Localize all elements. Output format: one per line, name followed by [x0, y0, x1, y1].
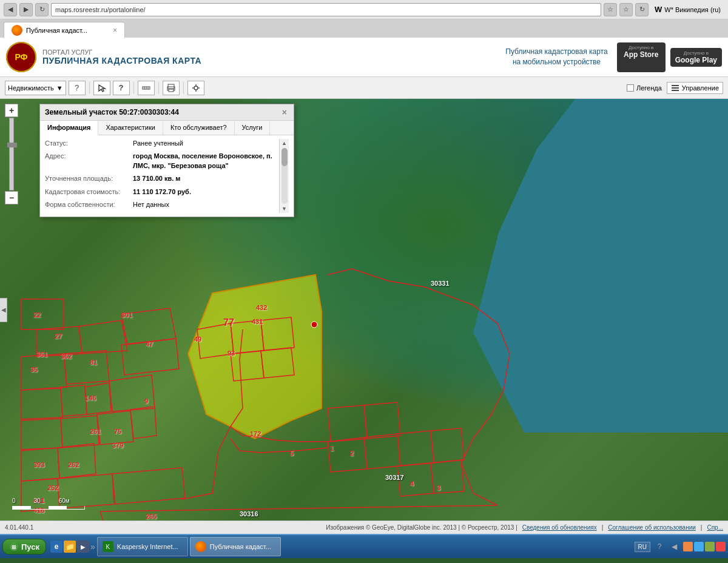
status-label: Статус: — [45, 139, 133, 148]
label-30331: 30331 — [431, 280, 450, 287]
wikipedia-search[interactable]: W W* Википедия (ru) — [651, 5, 724, 14]
legend-label: Легенда — [636, 84, 662, 92]
popup-close-button[interactable]: × — [280, 107, 289, 117]
toolbar-separator-1 — [89, 82, 90, 94]
tab-services[interactable]: Услуги — [235, 121, 271, 135]
help-icon: ? — [75, 83, 79, 92]
tray-icon-4[interactable] — [716, 542, 726, 551]
help-button[interactable]: ? — [69, 81, 86, 95]
tab-characteristics[interactable]: Характеристики — [98, 121, 163, 135]
folder-icon[interactable]: 📁 — [64, 541, 76, 553]
zoom-scale[interactable] — [9, 118, 14, 190]
toolbar-separator-3 — [158, 82, 159, 94]
scale-line — [12, 506, 85, 510]
ie-icon[interactable]: e — [50, 541, 62, 553]
cadastral-value-label: Кадастровая стоимость: — [45, 187, 133, 197]
print-button[interactable] — [163, 81, 180, 95]
app-store-label: App Store — [624, 50, 658, 59]
scale-end: 60м — [59, 497, 70, 504]
browser-taskbar-item[interactable]: Публичная кадаст... — [190, 537, 281, 556]
expand-taskbar[interactable]: » — [90, 542, 95, 551]
scroll-up-arrow[interactable]: ▲ — [281, 140, 287, 146]
tab-information[interactable]: Информация — [40, 121, 98, 135]
tray-arrow-icon[interactable]: ◀ — [669, 541, 679, 552]
start-button[interactable]: ⊞ Пуск — [2, 539, 46, 555]
address-bar[interactable]: maps.rosreestr.ru/portalonline/ — [51, 3, 601, 16]
scroll-track — [281, 148, 288, 204]
tab-close[interactable]: × — [113, 26, 117, 35]
star-icon[interactable]: ☆ — [604, 3, 617, 16]
svg-marker-39 — [328, 405, 367, 442]
refresh2-button[interactable]: ↻ — [635, 3, 649, 16]
label-93: 93 — [228, 349, 235, 357]
info-tool-button[interactable]: ? — [113, 81, 130, 95]
property-type-dropdown[interactable]: Недвижимость ▼ — [5, 81, 66, 95]
ownership-label: Форма собственности: — [45, 200, 133, 209]
star2-icon[interactable]: ☆ — [619, 3, 633, 16]
zoom-out-button[interactable]: − — [5, 191, 18, 204]
map-container[interactable]: 22 27 301 361 362 35 47 81 77 9 146 75 2… — [0, 99, 728, 521]
legend-checkbox[interactable] — [627, 84, 634, 92]
select-tool-button[interactable] — [93, 81, 110, 95]
tray-help-icon[interactable]: ? — [654, 541, 665, 552]
svg-marker-33 — [130, 406, 157, 439]
svg-marker-41 — [328, 437, 367, 472]
zoom-thumb — [7, 143, 17, 147]
language-button[interactable]: RU — [635, 542, 650, 552]
updates-link[interactable]: Сведения об обновлениях — [522, 524, 597, 531]
tray-icon-1[interactable] — [683, 542, 693, 551]
label-172: 172 — [250, 430, 261, 437]
browser-chrome: ◀ ▶ ↻ maps.rosreestr.ru/portalonline/ ☆ … — [0, 0, 728, 38]
app-store-button[interactable]: Доступно в App Store — [617, 42, 666, 72]
agreement-link[interactable]: Соглашение об использовании — [608, 524, 696, 531]
help-link[interactable]: Спр... — [707, 524, 723, 531]
svg-point-48 — [311, 322, 317, 328]
tab-who-serves[interactable]: Кто обслуживает? — [163, 121, 235, 135]
google-play-button[interactable]: Доступно в Google Play — [670, 48, 722, 67]
refresh-button[interactable]: ↻ — [35, 3, 49, 16]
svg-marker-23 — [21, 354, 67, 390]
ownership-row: Форма собственности: Нет данных — [45, 200, 279, 209]
firefox-icon — [12, 25, 22, 36]
sidebar-toggle[interactable]: ◀ — [0, 298, 7, 322]
taskbar: ⊞ Пуск e 📁 ▶ » K Kaspersky Internet... П… — [0, 534, 728, 558]
mobile-promo-text: Публичная кадастровая карта на мобильном… — [505, 47, 607, 67]
svg-marker-18 — [188, 275, 322, 439]
svg-marker-42 — [364, 434, 400, 469]
label-1: 1 — [330, 445, 334, 452]
area-label: Уточненная площадь: — [45, 174, 133, 183]
tray-icon-2[interactable] — [694, 542, 704, 551]
svg-rect-16 — [672, 87, 679, 89]
label-77: 77 — [223, 317, 234, 328]
address-value: город Москва, поселение Вороновское, п. … — [133, 152, 279, 170]
zoom-in-button[interactable]: + — [5, 104, 18, 117]
label-146: 146 — [85, 394, 96, 402]
label-5: 5 — [290, 450, 294, 457]
active-tab[interactable]: Публичная кадаст... × — [4, 22, 125, 38]
popup-scrollbar[interactable]: ▲ ▼ — [279, 139, 289, 213]
svg-marker-30 — [21, 419, 62, 450]
label-301: 301 — [121, 311, 132, 319]
label-9: 9 — [144, 397, 148, 405]
scroll-down-arrow[interactable]: ▼ — [281, 206, 287, 212]
forward-button[interactable]: ▶ — [19, 3, 33, 16]
kaspersky-taskbar-item[interactable]: K Kaspersky Internet... — [97, 537, 188, 556]
back-button[interactable]: ◀ — [4, 3, 17, 16]
address-label: Адрес: — [45, 152, 133, 170]
scale-bar: 0 30 60м — [12, 497, 85, 510]
svg-rect-15 — [672, 85, 679, 86]
svg-marker-21 — [79, 320, 127, 354]
label-262: 262 — [68, 461, 79, 468]
label-265: 265 — [146, 513, 157, 520]
version-label: 4.01.440.1 — [5, 524, 33, 531]
kaspersky-icon: K — [103, 541, 113, 552]
label-393: 393 — [33, 461, 44, 468]
tray-icon-3[interactable] — [705, 542, 715, 551]
logo-area: РФ ПОРТАЛ УСЛУГ ПУБЛИЧНАЯ КАДАСТРОВАЯ КА… — [6, 42, 201, 72]
toolbar-right: Легенда Управление — [627, 82, 723, 94]
label-362: 362 — [61, 352, 72, 360]
measure-button[interactable] — [138, 81, 155, 95]
settings-button[interactable] — [187, 81, 204, 95]
media-icon[interactable]: ▶ — [77, 541, 89, 553]
manage-button[interactable]: Управление — [667, 82, 723, 94]
